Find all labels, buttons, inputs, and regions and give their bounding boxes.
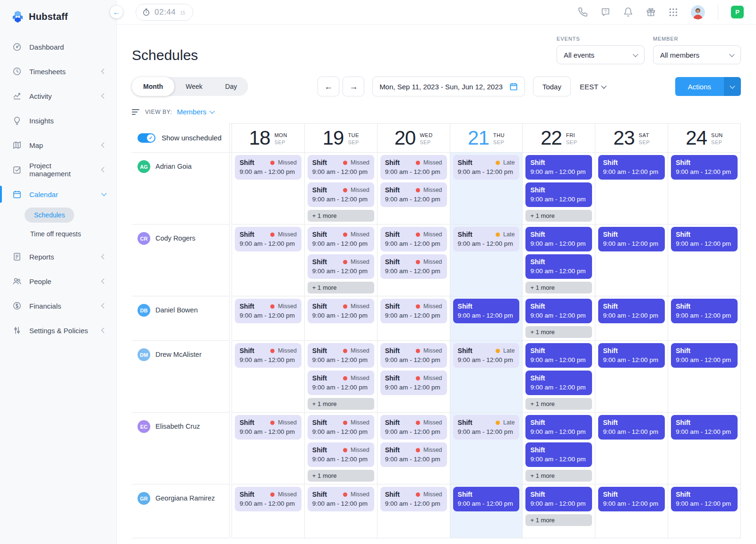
schedule-cell[interactable]: Shift9:00 am - 12:00 pm <box>595 225 668 296</box>
sidebar-item-activity[interactable]: Activity <box>0 84 116 108</box>
schedule-cell[interactable]: Shift9:00 am - 12:00 pm <box>668 153 741 225</box>
schedule-cell[interactable]: ShiftMissed9:00 am - 12:00 pm <box>378 296 450 341</box>
shift-chip[interactable]: ShiftMissed9:00 am - 12:00 pm <box>308 343 374 368</box>
shift-chip[interactable]: Shift9:00 am - 12:00 pm <box>525 415 592 440</box>
shift-chip[interactable]: Shift9:00 am - 12:00 pm <box>671 227 738 251</box>
more-chip[interactable]: + 1 more <box>525 210 592 222</box>
more-chip[interactable]: + 1 more <box>525 398 592 410</box>
shift-chip[interactable]: ShiftMissed9:00 am - 12:00 pm <box>308 182 374 207</box>
tab-week[interactable]: Week <box>174 77 214 96</box>
more-chip[interactable]: + 1 more <box>525 470 592 482</box>
shift-chip[interactable]: ShiftMissed9:00 am - 12:00 pm <box>308 415 374 440</box>
more-chip[interactable]: + 1 more <box>308 282 374 294</box>
sidebar-item-time-off-requests[interactable]: Time off requests <box>30 230 116 238</box>
shift-chip[interactable]: ShiftMissed9:00 am - 12:00 pm <box>380 371 447 395</box>
shift-chip[interactable]: Shift9:00 am - 12:00 pm <box>525 371 592 395</box>
schedule-cell[interactable]: ShiftMissed9:00 am - 12:00 pmShiftMissed… <box>305 225 378 296</box>
shift-chip[interactable]: ShiftMissed9:00 am - 12:00 pm <box>308 442 374 467</box>
schedule-cell[interactable]: ShiftMissed9:00 am - 12:00 pm <box>232 296 305 341</box>
schedule-cell[interactable]: Shift9:00 am - 12:00 pm <box>595 341 668 413</box>
shift-chip[interactable]: Shift9:00 am - 12:00 pm <box>453 299 520 323</box>
show-unscheduled-toggle[interactable]: ✓ <box>137 133 155 143</box>
schedule-cell[interactable]: Shift9:00 am - 12:00 pm <box>668 225 741 296</box>
more-chip[interactable]: + 1 more <box>525 282 592 294</box>
shift-chip[interactable]: Shift9:00 am - 12:00 pm <box>525 487 592 511</box>
actions-button[interactable]: Actions <box>675 77 741 96</box>
shift-chip[interactable]: ShiftMissed9:00 am - 12:00 pm <box>235 487 301 511</box>
shift-chip[interactable]: ShiftMissed9:00 am - 12:00 pm <box>380 254 447 279</box>
today-button[interactable]: Today <box>533 77 571 96</box>
date-range-picker[interactable]: Mon, Sep 11, 2023 - Sun, Jun 12, 2023 <box>372 77 525 96</box>
help-icon[interactable]: ? <box>601 7 610 17</box>
shift-chip[interactable]: Shift9:00 am - 12:00 pm <box>598 155 665 180</box>
shift-chip[interactable]: Shift9:00 am - 12:00 pm <box>598 415 665 440</box>
schedule-cell[interactable]: Shift9:00 am - 12:00 pm <box>668 484 741 538</box>
shift-chip[interactable]: ShiftMissed9:00 am - 12:00 pm <box>235 227 301 251</box>
shift-chip[interactable]: Shift9:00 am - 12:00 pm <box>525 227 592 251</box>
shift-chip[interactable]: Shift9:00 am - 12:00 pm <box>598 343 665 368</box>
schedule-cell[interactable]: ShiftMissed9:00 am - 12:00 pmShiftMissed… <box>378 153 450 225</box>
schedule-cell[interactable]: ShiftMissed9:00 am - 12:00 pm <box>232 341 305 413</box>
sidebar-item-reports[interactable]: Reports <box>0 244 116 269</box>
sidebar-item-people[interactable]: People <box>0 269 116 294</box>
schedule-cell[interactable]: ShiftMissed9:00 am - 12:00 pm <box>232 484 305 538</box>
sidebar-item-insights[interactable]: Insights <box>0 108 116 133</box>
member-select[interactable]: All members <box>653 45 741 64</box>
user-avatar[interactable] <box>691 5 705 19</box>
sidebar-item-financials[interactable]: Financials <box>0 294 116 318</box>
shift-chip[interactable]: ShiftMissed9:00 am - 12:00 pm <box>380 415 447 440</box>
shift-chip[interactable]: ShiftMissed9:00 am - 12:00 pm <box>380 155 447 180</box>
schedule-cell[interactable]: ShiftLate9:00 am - 12:00 pm <box>450 225 523 296</box>
tab-day[interactable]: Day <box>214 77 249 96</box>
events-select[interactable]: All events <box>557 45 644 64</box>
schedule-cell[interactable]: Shift9:00 am - 12:00 pm <box>595 296 668 341</box>
schedule-cell[interactable]: ShiftMissed9:00 am - 12:00 pm <box>232 225 305 296</box>
shift-chip[interactable]: ShiftMissed9:00 am - 12:00 pm <box>235 155 301 180</box>
shift-chip[interactable]: ShiftMissed9:00 am - 12:00 pm <box>308 227 374 251</box>
shift-chip[interactable]: Shift9:00 am - 12:00 pm <box>671 299 738 323</box>
schedule-cell[interactable]: ShiftMissed9:00 am - 12:00 pmShiftMissed… <box>305 153 378 225</box>
shift-chip[interactable]: ShiftMissed9:00 am - 12:00 pm <box>380 343 447 368</box>
shift-chip[interactable]: ShiftMissed9:00 am - 12:00 pm <box>235 343 301 368</box>
shift-chip[interactable]: ShiftMissed9:00 am - 12:00 pm <box>235 415 301 440</box>
shift-chip[interactable]: ShiftMissed9:00 am - 12:00 pm <box>308 254 374 279</box>
schedule-cell[interactable]: ShiftMissed9:00 am - 12:00 pm <box>305 484 378 538</box>
sidebar-item-timesheets[interactable]: Timesheets <box>0 59 116 84</box>
view-by-selector[interactable]: Members <box>177 108 214 116</box>
schedule-cell[interactable]: ShiftMissed9:00 am - 12:00 pm <box>305 296 378 341</box>
schedule-cell[interactable]: ShiftMissed9:00 am - 12:00 pmShiftMissed… <box>305 413 378 484</box>
shift-chip[interactable]: ShiftMissed9:00 am - 12:00 pm <box>308 155 374 180</box>
hubstaff-logo[interactable]: Hubstaff <box>0 7 116 28</box>
gift-icon[interactable] <box>646 7 656 17</box>
phone-icon[interactable] <box>578 7 588 17</box>
shift-chip[interactable]: Shift9:00 am - 12:00 pm <box>525 343 592 368</box>
schedule-cell[interactable]: Shift9:00 am - 12:00 pm <box>668 413 741 484</box>
shift-chip[interactable]: ShiftMissed9:00 am - 12:00 pm <box>380 299 447 323</box>
shift-chip[interactable]: ShiftMissed9:00 am - 12:00 pm <box>308 487 374 511</box>
schedule-cell[interactable]: ShiftMissed9:00 am - 12:00 pm <box>232 413 305 484</box>
shift-chip[interactable]: Shift9:00 am - 12:00 pm <box>598 487 665 511</box>
more-chip[interactable]: + 1 more <box>308 398 374 410</box>
shift-chip[interactable]: ShiftMissed9:00 am - 12:00 pm <box>380 487 447 511</box>
schedule-cell[interactable]: Shift9:00 am - 12:00 pm+ 1 more <box>523 484 595 538</box>
shift-chip[interactable]: Shift9:00 am - 12:00 pm <box>671 343 738 368</box>
timezone-select[interactable]: EEST <box>580 83 606 91</box>
schedule-cell[interactable]: ShiftMissed9:00 am - 12:00 pmShiftMissed… <box>378 413 450 484</box>
shift-chip[interactable]: ShiftLate9:00 am - 12:00 pm <box>453 227 520 251</box>
sidebar-item-settings-policies[interactable]: Settings & Policies <box>0 318 116 343</box>
sidebar-collapse-button[interactable]: ← <box>110 6 123 18</box>
actions-dropdown-caret[interactable] <box>724 77 741 96</box>
shift-chip[interactable]: ShiftMissed9:00 am - 12:00 pm <box>308 299 374 323</box>
shift-chip[interactable]: Shift9:00 am - 12:00 pm <box>598 227 665 251</box>
shift-chip[interactable]: ShiftLate9:00 am - 12:00 pm <box>453 343 520 368</box>
apps-grid-icon[interactable] <box>669 8 678 17</box>
shift-chip[interactable]: Shift9:00 am - 12:00 pm <box>453 487 520 511</box>
next-period-button[interactable]: → <box>343 77 364 96</box>
timer-widget[interactable]: 02:44 15 <box>136 4 193 21</box>
organization-badge[interactable]: P <box>731 6 744 18</box>
schedule-cell[interactable]: ShiftLate9:00 am - 12:00 pm <box>450 413 523 484</box>
sidebar-item-dashboard[interactable]: Dashboard <box>0 35 116 59</box>
shift-chip[interactable]: ShiftMissed9:00 am - 12:00 pm <box>380 442 447 467</box>
sidebar-item-map[interactable]: Map <box>0 133 116 157</box>
schedule-cell[interactable]: ShiftMissed9:00 am - 12:00 pm <box>232 153 305 225</box>
